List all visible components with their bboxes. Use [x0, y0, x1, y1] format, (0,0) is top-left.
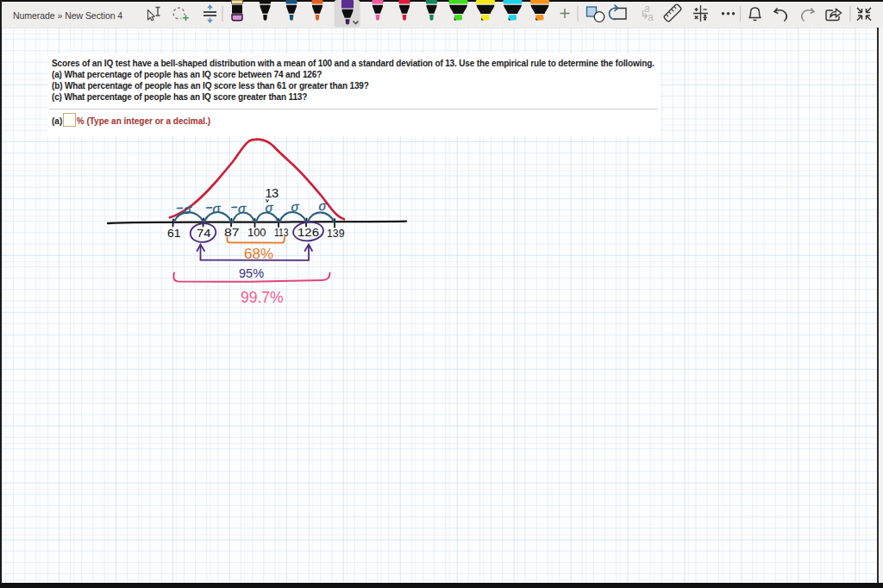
svg-text:139: 139: [327, 227, 345, 240]
svg-text:126: 126: [297, 226, 319, 239]
svg-text:87: 87: [224, 226, 240, 239]
svg-text:68%: 68%: [244, 246, 273, 262]
svg-text:100: 100: [247, 226, 266, 239]
svg-text:σ: σ: [213, 201, 222, 216]
svg-text:13: 13: [266, 186, 279, 200]
svg-text:99.7%: 99.7%: [241, 289, 284, 306]
svg-text:σ: σ: [319, 198, 328, 213]
svg-text:σ: σ: [184, 202, 192, 216]
svg-text:σ: σ: [238, 201, 247, 216]
svg-text:σ: σ: [266, 200, 274, 215]
svg-text:74: 74: [197, 227, 211, 240]
svg-text:95%: 95%: [239, 266, 264, 280]
svg-text:σ: σ: [291, 199, 300, 214]
svg-text:113: 113: [274, 226, 289, 239]
svg-text:61: 61: [167, 227, 181, 240]
